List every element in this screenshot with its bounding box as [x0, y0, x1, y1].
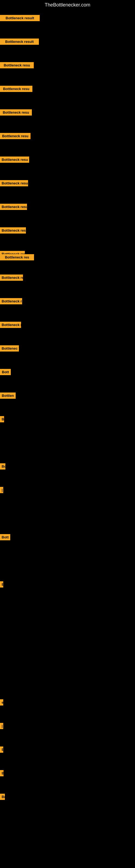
bottleneck-result-button-20[interactable]: Bo — [0, 463, 5, 469]
bottleneck-result-button-15[interactable]: Bottleneck r — [0, 322, 21, 328]
bottleneck-result-button-24[interactable]: e — [0, 699, 3, 706]
bottleneck-result-button-21[interactable]: | — [0, 487, 3, 493]
bottleneck-result-button-19[interactable]: B — [0, 416, 4, 422]
bottleneck-result-button-4[interactable]: Bottleneck resu — [0, 86, 32, 92]
bottleneck-result-button-25[interactable]: | — [0, 723, 3, 729]
bottleneck-result-button-7[interactable]: Bottleneck resu — [0, 156, 29, 163]
bottleneck-result-button-10[interactable]: Bottleneck resu — [0, 227, 26, 234]
bottleneck-result-button-27[interactable]: B — [0, 770, 3, 776]
bottleneck-result-button-1[interactable]: Bottleneck result — [0, 15, 40, 21]
bottleneck-result-button-16[interactable]: Bottlenec — [0, 345, 19, 351]
bottleneck-result-button-14[interactable]: Bottleneck re — [0, 298, 22, 304]
bottleneck-result-button-9[interactable]: Bottleneck resu — [0, 204, 27, 210]
bottleneck-result-button-18[interactable]: Bottlen — [0, 393, 16, 399]
bottleneck-result-button-13[interactable]: Bottleneck re — [0, 275, 23, 281]
bottleneck-result-button-23[interactable]: E — [0, 581, 3, 588]
bottleneck-result-button-22[interactable]: Bott — [0, 534, 10, 540]
bottleneck-result-button-17[interactable]: Bott — [0, 369, 11, 375]
bottleneck-result-button-5[interactable]: Bottleneck resu — [0, 109, 32, 116]
bottleneck-result-button-8[interactable]: Bottleneck resu — [0, 180, 28, 186]
site-title: TheBottlenecker.com — [0, 0, 135, 10]
bottleneck-result-button-28[interactable]: Bo — [0, 794, 5, 800]
bottleneck-result-button-26[interactable]: E — [0, 746, 3, 753]
bottleneck-result-button-2[interactable]: Bottleneck result — [0, 38, 39, 45]
bottleneck-result-button-12[interactable]: Bottleneck res — [0, 254, 34, 260]
bottleneck-result-button-6[interactable]: Bottleneck resu — [0, 133, 31, 139]
bottleneck-result-button-3[interactable]: Bottleneck resu — [0, 62, 34, 68]
